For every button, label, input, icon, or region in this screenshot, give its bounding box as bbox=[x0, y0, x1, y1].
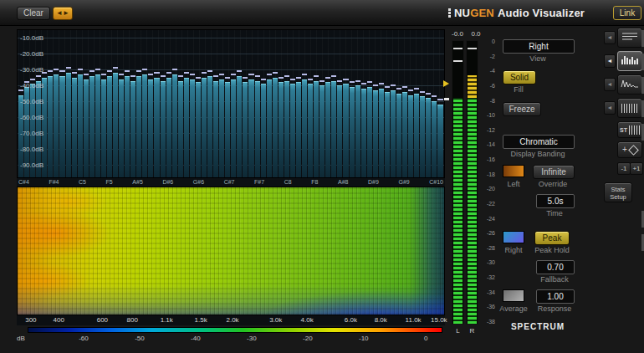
brand-logo: NUGEN Audio Visualizer bbox=[448, 5, 585, 20]
bars-view-button[interactable] bbox=[617, 51, 642, 71]
nudge-minus-button[interactable]: -1 bbox=[617, 162, 631, 175]
lines-view-icon bbox=[621, 30, 639, 45]
st-spectrogram-button[interactable]: ST bbox=[617, 121, 642, 138]
link-button[interactable]: Link bbox=[613, 6, 641, 20]
level-meter-left bbox=[452, 40, 464, 325]
note-label: C8 bbox=[284, 178, 292, 187]
peak-hold-mark bbox=[178, 75, 183, 77]
peak-hold-mark bbox=[101, 74, 106, 75]
panel-arrow-button[interactable]: ◄ bbox=[604, 101, 616, 115]
peak-hold-mark bbox=[319, 80, 325, 82]
spectrum-bar bbox=[225, 30, 230, 177]
peak-hold-mark bbox=[72, 72, 77, 74]
right-channel-label: Right bbox=[498, 246, 529, 254]
peak-hold-mark bbox=[107, 70, 112, 72]
db-axis-label: -10.0dB bbox=[20, 34, 43, 42]
peak-hold-mark bbox=[207, 70, 212, 72]
meter-scale-label: -38 bbox=[480, 319, 495, 325]
peak-hold-mark bbox=[302, 74, 307, 75]
meter-scale-label: -26 bbox=[480, 230, 495, 236]
fill-label: Fill bbox=[503, 85, 534, 94]
note-label: C#7 bbox=[224, 178, 235, 187]
peak-hold-mark bbox=[379, 83, 384, 84]
spectrum-bar bbox=[279, 30, 284, 177]
override-button[interactable]: Infinite bbox=[533, 165, 575, 179]
meter-scale-label: -34 bbox=[480, 289, 495, 295]
peak-hold-mark bbox=[308, 79, 313, 80]
fill-solid-button[interactable]: Solid bbox=[503, 70, 536, 84]
spectrum-bar bbox=[101, 30, 106, 177]
peak-hold-mark bbox=[78, 69, 83, 70]
panel-arrow-button[interactable]: ◄ bbox=[604, 78, 616, 91]
spectrum-bar bbox=[319, 30, 325, 177]
banding-dropdown[interactable]: Chromatic bbox=[503, 135, 575, 149]
spectrum-bar bbox=[302, 30, 307, 177]
resize-arrows-button[interactable]: ◄► bbox=[53, 7, 73, 20]
plus-icon: + bbox=[622, 146, 627, 154]
meter-scale-label: -8 bbox=[480, 98, 495, 104]
left-channel-swatch[interactable] bbox=[503, 165, 524, 177]
peak-hold-mark bbox=[119, 74, 124, 75]
spectrum-bar bbox=[308, 30, 313, 177]
clear-button[interactable]: Clear bbox=[17, 7, 50, 20]
peak-hold-mark bbox=[130, 75, 135, 77]
view-dropdown[interactable]: Right bbox=[503, 39, 575, 54]
stats-line1: Stats bbox=[605, 186, 631, 193]
spectrum-bar bbox=[107, 30, 112, 177]
meter-scale-label: 0 bbox=[480, 38, 495, 44]
spectrogram-view-button[interactable] bbox=[617, 98, 642, 118]
meter-scale-label: -18 bbox=[480, 171, 495, 177]
spectrum-bar bbox=[54, 30, 59, 177]
wave-view-button[interactable] bbox=[617, 74, 642, 95]
stats-setup-button[interactable]: Stats Setup bbox=[604, 182, 632, 202]
note-label: C#10 bbox=[429, 178, 443, 187]
time-label: Time bbox=[536, 209, 573, 217]
peak-hold-mark bbox=[408, 90, 413, 91]
panel-arrow-button[interactable]: ◄ bbox=[604, 54, 616, 68]
meter-scale-label: -10 bbox=[480, 112, 495, 118]
spectrum-bar bbox=[84, 30, 89, 177]
lines-view-button[interactable] bbox=[617, 28, 642, 48]
peak-hold-mark bbox=[367, 81, 372, 83]
meter-scale-label: -16 bbox=[480, 156, 495, 162]
spectrum-bar bbox=[213, 30, 218, 177]
spectrum-bar bbox=[178, 30, 183, 177]
diamond-plus-button[interactable]: + bbox=[617, 141, 642, 158]
spectrum-bar bbox=[255, 30, 260, 177]
average-swatch[interactable] bbox=[503, 289, 524, 302]
peak-hold-mark bbox=[402, 86, 407, 88]
wave-view-icon bbox=[621, 77, 639, 92]
right-channel-swatch[interactable] bbox=[503, 231, 524, 243]
panel-arrow-button[interactable]: ◄ bbox=[604, 31, 616, 44]
meter-scale-label: -28 bbox=[480, 245, 495, 251]
peak-hold-mark bbox=[385, 86, 390, 88]
time-value[interactable]: 5.0s bbox=[536, 194, 575, 208]
peak-hold-mark bbox=[391, 84, 396, 86]
peak-hold-mark bbox=[225, 77, 230, 79]
response-value[interactable]: 1.00 bbox=[536, 289, 575, 304]
note-label: F#4 bbox=[49, 178, 59, 187]
peak-hold-button[interactable]: Peak bbox=[534, 231, 570, 245]
spectrum-bar bbox=[408, 30, 413, 177]
peak-hold-mark bbox=[213, 75, 218, 77]
spectrum-bar bbox=[343, 30, 348, 177]
spectrum-bar bbox=[66, 30, 71, 177]
spectrum-footer-label: SPECTRUM bbox=[496, 322, 580, 331]
note-label: G#9 bbox=[398, 178, 409, 187]
peak-hold-mark bbox=[125, 70, 130, 72]
peak-hold-mark bbox=[161, 75, 166, 77]
frequency-label: 300 bbox=[25, 316, 36, 324]
peak-hold-mark bbox=[231, 74, 236, 75]
left-channel-label: Left bbox=[500, 180, 527, 188]
freeze-button[interactable]: Freeze bbox=[503, 102, 541, 116]
spectrum-bar bbox=[437, 30, 442, 177]
note-label: C#4 bbox=[18, 178, 29, 187]
spectrum-bar bbox=[243, 30, 248, 177]
peak-hold-mark bbox=[355, 80, 360, 82]
spectrum-bar bbox=[59, 30, 64, 177]
note-label: A#5 bbox=[132, 178, 142, 187]
spectrum-bar bbox=[142, 30, 147, 177]
peak-hold-mark bbox=[331, 75, 336, 77]
nudge-plus-button[interactable]: +1 bbox=[630, 162, 643, 175]
fallback-value[interactable]: 0.70 bbox=[536, 260, 575, 274]
